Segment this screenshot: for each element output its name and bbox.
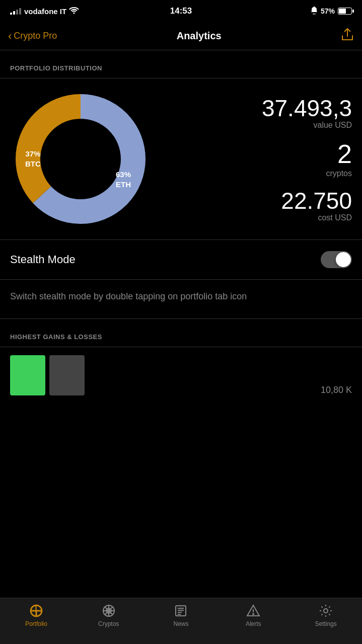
cryptos-icon — [101, 603, 116, 618]
status-bar: vodafone IT 14:53 57% — [0, 0, 362, 22]
gains-value: 10,80 K — [321, 385, 352, 395]
main-content: PORTFOLIO DISTRIBUTION 37%BTC 63%ETH 37.… — [0, 50, 362, 454]
svg-point-12 — [324, 609, 328, 613]
cost-amount: 22.750 — [281, 188, 352, 214]
back-label: Crypto Pro — [14, 31, 57, 41]
svg-point-2 — [40, 119, 121, 199]
nav-item-news[interactable]: News — [156, 603, 206, 627]
distribution-section: 37%BTC 63%ETH 37.493,3 value USD 2 crypt… — [0, 78, 362, 240]
portfolio-section-header: PORTFOLIO DISTRIBUTION — [0, 50, 362, 78]
gain-bar-negative — [49, 355, 85, 395]
cryptos-label: cryptos — [326, 169, 352, 178]
settings-icon — [318, 603, 333, 618]
status-left: vodafone IT — [10, 7, 79, 16]
back-chevron-icon: ‹ — [8, 30, 12, 43]
share-button[interactable] — [341, 28, 354, 45]
nav-item-settings[interactable]: Settings — [301, 603, 351, 627]
stealth-description: Switch stealth mode by double tapping on… — [0, 280, 362, 319]
stealth-toggle[interactable] — [321, 251, 352, 268]
news-icon — [173, 603, 188, 618]
battery-label: 57% — [321, 7, 335, 15]
nav-label-news: News — [173, 620, 188, 627]
signal-icon — [10, 8, 21, 15]
svg-point-11 — [253, 614, 254, 615]
battery-icon — [338, 8, 352, 15]
status-right: 57% — [311, 7, 352, 16]
nav-label-cryptos: Cryptos — [98, 620, 119, 627]
gains-content: 10,80 K — [0, 347, 362, 404]
donut-chart: 37%BTC 63%ETH — [10, 89, 151, 229]
cryptos-stat: 2 cryptos — [326, 140, 352, 178]
value-label: value USD — [262, 121, 352, 130]
stealth-label: Stealth Mode — [10, 253, 76, 266]
donut-svg — [10, 89, 151, 229]
carrier-label: vodafone IT — [24, 7, 66, 16]
value-amount: 37.493,3 — [262, 96, 352, 121]
header: ‹ Crypto Pro Analytics — [0, 22, 362, 50]
wifi-icon — [69, 7, 79, 16]
nav-label-alerts: Alerts — [246, 620, 261, 627]
stealth-mode-row: Stealth Mode — [0, 240, 362, 280]
portfolio-stats: 37.493,3 value USD 2 cryptos 22.750 cost… — [151, 96, 352, 222]
gains-bars — [10, 355, 85, 395]
time-label: 14:53 — [170, 6, 192, 16]
alarm-icon — [311, 7, 318, 16]
nav-item-alerts[interactable]: Alerts — [228, 603, 278, 627]
bottom-navigation: Portfolio Cryptos News — [0, 598, 362, 644]
gains-section-header: HIGHEST GAINS & LOSSES — [0, 319, 362, 347]
portfolio-section-title: PORTFOLIO DISTRIBUTION — [10, 64, 102, 72]
gain-bar-positive — [10, 355, 45, 395]
toggle-thumb — [336, 252, 351, 267]
portfolio-icon — [29, 603, 44, 618]
value-stat: 37.493,3 value USD — [262, 96, 352, 130]
alerts-icon — [246, 603, 261, 618]
page-title: Analytics — [177, 30, 222, 42]
cryptos-count: 2 — [326, 140, 352, 169]
cost-label: cost USD — [281, 213, 352, 222]
nav-label-settings: Settings — [315, 620, 336, 627]
nav-label-portfolio: Portfolio — [25, 620, 47, 627]
nav-item-portfolio[interactable]: Portfolio — [11, 603, 61, 627]
nav-item-cryptos[interactable]: Cryptos — [84, 603, 134, 627]
cost-stat: 22.750 cost USD — [281, 188, 352, 223]
back-button[interactable]: ‹ Crypto Pro — [8, 30, 57, 43]
gains-section-title: HIGHEST GAINS & LOSSES — [10, 333, 102, 341]
